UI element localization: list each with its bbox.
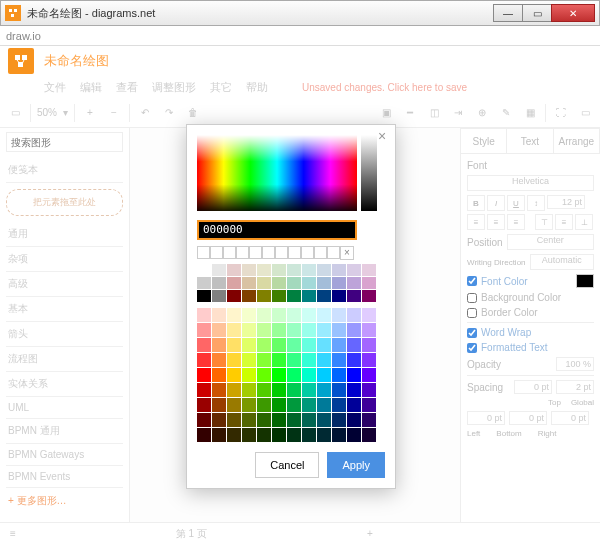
redo-icon[interactable]: ↷ — [160, 104, 178, 122]
color-swatch[interactable] — [302, 398, 316, 412]
color-swatch[interactable] — [347, 383, 361, 397]
color-swatch[interactable] — [347, 338, 361, 352]
color-swatch[interactable] — [287, 264, 301, 276]
color-swatch[interactable] — [362, 398, 376, 412]
recent-color-slot[interactable] — [236, 246, 249, 259]
color-swatch[interactable] — [362, 323, 376, 337]
color-swatch[interactable] — [257, 277, 271, 289]
color-swatch[interactable] — [197, 323, 211, 337]
color-swatch[interactable] — [302, 308, 316, 322]
color-swatch[interactable] — [212, 353, 226, 367]
zoom-out-icon[interactable]: − — [105, 104, 123, 122]
color-swatch[interactable] — [257, 413, 271, 427]
hex-input[interactable] — [197, 220, 357, 240]
color-swatch[interactable] — [317, 398, 331, 412]
drawer-icon[interactable]: ≡ — [10, 528, 16, 539]
font-select[interactable]: Helvetica — [467, 175, 594, 191]
color-swatch[interactable] — [212, 383, 226, 397]
color-swatch[interactable] — [317, 323, 331, 337]
sidebar-toggle-icon[interactable]: ▭ — [6, 104, 24, 122]
color-swatch[interactable] — [347, 290, 361, 302]
apply-button[interactable]: Apply — [327, 452, 385, 478]
color-swatch[interactable] — [197, 277, 211, 289]
font-size-input[interactable] — [547, 195, 585, 209]
color-swatch[interactable] — [197, 290, 211, 302]
menu-adjust[interactable]: 调整图形 — [152, 80, 196, 95]
color-swatch[interactable] — [317, 428, 331, 442]
recent-color-slot[interactable] — [314, 246, 327, 259]
color-swatch[interactable] — [257, 368, 271, 382]
formatted-checkbox[interactable] — [467, 343, 477, 353]
color-swatch[interactable] — [332, 368, 346, 382]
sidebar-section[interactable]: 基本 — [6, 297, 123, 322]
table-icon[interactable]: ▦ — [521, 104, 539, 122]
zoom-dropdown-icon[interactable]: ▾ — [63, 107, 68, 118]
color-swatch[interactable] — [347, 413, 361, 427]
color-swatch[interactable] — [227, 383, 241, 397]
position-select[interactable]: Center — [507, 234, 594, 250]
sidebar-section[interactable]: 高级 — [6, 272, 123, 297]
color-swatch[interactable] — [332, 353, 346, 367]
color-swatch[interactable] — [227, 353, 241, 367]
color-swatch[interactable] — [272, 368, 286, 382]
more-shapes[interactable]: + 更多图形… — [6, 488, 123, 514]
color-swatch[interactable] — [197, 264, 211, 276]
color-swatch[interactable] — [332, 290, 346, 302]
spacing-right-input[interactable] — [551, 411, 589, 425]
recent-color-slot[interactable] — [262, 246, 275, 259]
sidebar-section[interactable]: BPMN Gateways — [6, 444, 123, 466]
fill-icon[interactable]: ▣ — [377, 104, 395, 122]
italic-button[interactable]: I — [487, 195, 505, 211]
color-swatch[interactable] — [257, 338, 271, 352]
color-spectrum[interactable] — [197, 135, 357, 211]
color-swatch[interactable] — [362, 413, 376, 427]
color-swatch[interactable] — [272, 353, 286, 367]
edit-icon[interactable]: ✎ — [497, 104, 515, 122]
color-swatch[interactable] — [302, 383, 316, 397]
tab-text[interactable]: Text — [507, 128, 553, 154]
connection-icon[interactable]: ⇥ — [449, 104, 467, 122]
font-color-swatch[interactable] — [576, 274, 594, 288]
color-swatch[interactable] — [242, 383, 256, 397]
border-color-checkbox[interactable] — [467, 308, 477, 318]
color-swatch[interactable] — [272, 413, 286, 427]
bold-button[interactable]: B — [467, 195, 485, 211]
sidebar-section[interactable]: BPMN Events — [6, 466, 123, 488]
color-swatch[interactable] — [302, 277, 316, 289]
color-swatch[interactable] — [317, 264, 331, 276]
color-swatch[interactable] — [257, 264, 271, 276]
color-swatch[interactable] — [242, 264, 256, 276]
undo-icon[interactable]: ↶ — [136, 104, 154, 122]
color-swatch[interactable] — [332, 277, 346, 289]
color-swatch[interactable] — [317, 290, 331, 302]
color-swatch[interactable] — [302, 368, 316, 382]
color-swatch[interactable] — [257, 290, 271, 302]
clear-recent-icon[interactable]: × — [340, 246, 354, 260]
zoom-level[interactable]: 50% — [37, 107, 57, 118]
color-swatch[interactable] — [287, 413, 301, 427]
color-swatch[interactable] — [272, 264, 286, 276]
color-swatch[interactable] — [347, 277, 361, 289]
color-swatch[interactable] — [317, 277, 331, 289]
color-swatch[interactable] — [287, 398, 301, 412]
color-swatch[interactable] — [227, 308, 241, 322]
color-swatch[interactable] — [212, 290, 226, 302]
spacing-global-input[interactable] — [556, 380, 594, 394]
color-swatch[interactable] — [242, 413, 256, 427]
scratchpad-dropzone[interactable]: 把元素拖至此处 — [6, 189, 123, 216]
color-swatch[interactable] — [332, 308, 346, 322]
color-swatch[interactable] — [257, 323, 271, 337]
color-swatch[interactable] — [302, 264, 316, 276]
line-icon[interactable]: ━ — [401, 104, 419, 122]
sidebar-section[interactable]: 流程图 — [6, 347, 123, 372]
font-color-checkbox[interactable] — [467, 276, 477, 286]
align-right-icon[interactable]: ≡ — [507, 214, 525, 230]
sidebar-section[interactable]: 杂项 — [6, 247, 123, 272]
sidebar-section[interactable]: 通用 — [6, 222, 123, 247]
color-swatch[interactable] — [272, 398, 286, 412]
color-swatch[interactable] — [287, 353, 301, 367]
color-swatch[interactable] — [317, 383, 331, 397]
format-panel-icon[interactable]: ▭ — [576, 104, 594, 122]
color-swatch[interactable] — [197, 398, 211, 412]
color-swatch[interactable] — [212, 308, 226, 322]
